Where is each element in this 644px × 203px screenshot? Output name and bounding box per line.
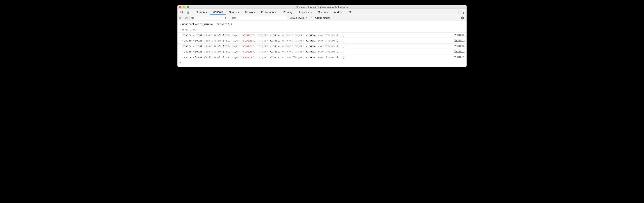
source-link[interactable]: VM310:1 [454, 55, 464, 59]
levels-label: Default levels [290, 17, 304, 19]
log-levels-selector[interactable]: Default levels ▼ [288, 17, 307, 19]
execution-context-selector[interactable]: top ▼ [190, 16, 228, 20]
tab-sources[interactable]: Sources [226, 9, 242, 15]
cmd-arg2: "resize" [216, 23, 229, 26]
filter-input-wrap[interactable] [229, 16, 287, 20]
main-tabs: ElementsConsoleSourcesNetworkPerformance… [178, 9, 466, 15]
tab-security[interactable]: Security [315, 9, 331, 15]
log-message[interactable]: resize ▶Event {isTrusted: true, type: "r… [182, 50, 452, 54]
expand-object-icon[interactable]: ▶ [193, 56, 194, 59]
console-log-row: resize ▶Event {isTrusted: true, type: "r… [178, 44, 466, 49]
svg-rect-2 [187, 12, 188, 13]
source-link[interactable]: VM310:1 [454, 39, 464, 43]
source-link[interactable]: VM310:1 [454, 44, 464, 48]
log-message[interactable]: resize ▶Event {isTrusted: true, type: "r… [182, 44, 452, 48]
group-similar-label: Group similar [315, 17, 330, 19]
titlebar: DevTools - developers.google.com/web/sho… [178, 5, 466, 9]
console-log-row: resize ▶Event {isTrusted: true, type: "r… [178, 49, 466, 55]
return-value: undefined [182, 28, 464, 32]
console-prompt[interactable] [182, 61, 464, 65]
devtools-window: DevTools - developers.google.com/web/sho… [178, 5, 466, 67]
tab-axe[interactable]: aXe [344, 9, 356, 15]
inspect-element-icon[interactable] [179, 9, 184, 15]
toggle-sidebar-button[interactable] [179, 16, 183, 20]
console-settings-button[interactable] [461, 16, 464, 20]
svg-line-7 [186, 17, 187, 19]
tab-elements[interactable]: Elements [192, 9, 210, 15]
log-message[interactable]: resize ▶Event {isTrusted: true, type: "r… [182, 39, 452, 43]
chevron-down-icon: ▼ [224, 17, 227, 19]
output-marker-icon: ‹ [179, 28, 182, 32]
console-output: › monitorEvents(window, "resize"); ‹ und… [178, 21, 466, 67]
tab-application[interactable]: Application [296, 9, 315, 15]
svg-marker-5 [181, 17, 182, 18]
filter-input[interactable] [230, 17, 286, 19]
expand-object-icon[interactable]: ▶ [193, 34, 194, 37]
console-log-row: resize ▶Event {isTrusted: true, type: "r… [178, 38, 466, 44]
tab-memory[interactable]: Memory [280, 9, 296, 15]
console-command[interactable]: monitorEvents(window, "resize"); [182, 22, 464, 27]
expand-object-icon[interactable]: ▶ [193, 39, 194, 43]
console-log-row: resize ▶Event {isTrusted: true, type: "r… [178, 33, 466, 38]
window-title: DevTools - developers.google.com/web/sho… [178, 6, 466, 9]
expand-object-icon[interactable]: ▶ [193, 45, 194, 48]
context-label: top [191, 17, 194, 19]
device-toolbar-icon[interactable] [184, 9, 190, 15]
tab-console[interactable]: Console [210, 9, 226, 15]
tab-network[interactable]: Network [242, 9, 258, 15]
fn-name: monitorEvents [182, 23, 202, 26]
chevron-down-icon: ▼ [305, 17, 307, 19]
input-marker-icon: › [179, 22, 182, 27]
tabs-separator [191, 10, 191, 14]
source-link[interactable]: VM310:1 [454, 33, 464, 37]
clear-console-button[interactable] [184, 16, 188, 20]
tab-audits[interactable]: Audits [331, 9, 344, 15]
more-options-button[interactable]: ⋮ [460, 9, 466, 15]
console-toolbar: top ▼ Default levels ▼ ✓ Group similar [178, 15, 466, 21]
cmd-arg1: window [204, 23, 214, 26]
source-link[interactable]: VM310:1 [454, 50, 464, 54]
console-prompt-row[interactable]: › [178, 60, 466, 65]
tabs-separator-right [458, 10, 459, 14]
group-similar-checkbox[interactable]: ✓ [310, 17, 313, 19]
console-log-row: resize ▶Event {isTrusted: true, type: "r… [178, 55, 466, 60]
expand-object-icon[interactable]: ▶ [193, 50, 194, 54]
log-message[interactable]: resize ▶Event {isTrusted: true, type: "r… [182, 55, 452, 60]
log-message[interactable]: resize ▶Event {isTrusted: true, type: "r… [182, 33, 452, 38]
console-input-row: › monitorEvents(window, "resize"); [178, 22, 466, 27]
console-return-row: ‹ undefined [178, 27, 466, 33]
prompt-marker-icon: › [179, 61, 182, 65]
tab-performance[interactable]: Performance [258, 9, 280, 15]
